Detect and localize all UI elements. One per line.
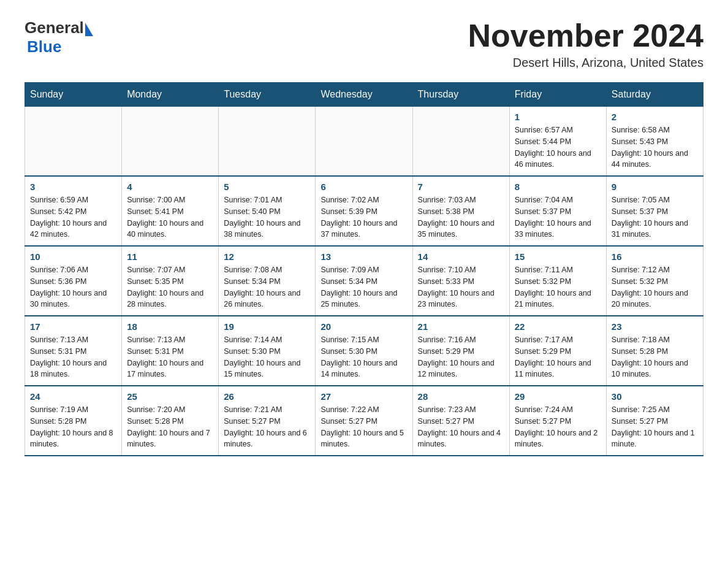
day-number: 11 [127,251,213,262]
day-info: Sunrise: 7:16 AM Sunset: 5:29 PM Dayligh… [418,334,504,380]
day-number: 21 [418,321,504,332]
calendar-cell: 1Sunrise: 6:57 AM Sunset: 5:44 PM Daylig… [509,107,606,177]
calendar-cell: 28Sunrise: 7:23 AM Sunset: 5:27 PM Dayli… [412,386,509,456]
page-header: General Blue November 2024 Desert Hills,… [25,18,703,70]
calendar-cell: 26Sunrise: 7:21 AM Sunset: 5:27 PM Dayli… [219,386,316,456]
calendar-cell [412,107,509,177]
day-info: Sunrise: 7:13 AM Sunset: 5:31 PM Dayligh… [127,334,213,380]
day-info: Sunrise: 7:08 AM Sunset: 5:34 PM Dayligh… [224,264,310,310]
calendar-cell: 27Sunrise: 7:22 AM Sunset: 5:27 PM Dayli… [316,386,412,456]
calendar-cell: 8Sunrise: 7:04 AM Sunset: 5:37 PM Daylig… [509,176,606,246]
day-number: 9 [612,182,698,192]
day-number: 20 [320,321,407,332]
weekday-header-monday: Monday [122,83,219,107]
day-info: Sunrise: 7:07 AM Sunset: 5:35 PM Dayligh… [127,264,213,310]
day-number: 8 [515,182,601,192]
title-section: November 2024 Desert Hills, Arizona, Uni… [468,18,703,70]
day-info: Sunrise: 7:09 AM Sunset: 5:34 PM Dayligh… [320,264,407,310]
day-info: Sunrise: 7:17 AM Sunset: 5:29 PM Dayligh… [515,334,601,380]
calendar-cell: 23Sunrise: 7:18 AM Sunset: 5:28 PM Dayli… [606,316,703,386]
calendar-cell: 22Sunrise: 7:17 AM Sunset: 5:29 PM Dayli… [509,316,606,386]
day-number: 14 [418,251,504,262]
day-info: Sunrise: 7:22 AM Sunset: 5:27 PM Dayligh… [320,404,407,450]
day-number: 1 [515,112,601,122]
day-number: 18 [127,321,213,332]
logo-blue-text: Blue [27,37,61,56]
day-info: Sunrise: 7:06 AM Sunset: 5:36 PM Dayligh… [30,264,116,310]
day-info: Sunrise: 6:59 AM Sunset: 5:42 PM Dayligh… [30,194,116,240]
day-info: Sunrise: 7:15 AM Sunset: 5:30 PM Dayligh… [320,334,407,380]
day-number: 19 [224,321,310,332]
day-info: Sunrise: 7:10 AM Sunset: 5:33 PM Dayligh… [418,264,504,310]
calendar-cell: 7Sunrise: 7:03 AM Sunset: 5:38 PM Daylig… [412,176,509,246]
day-number: 5 [224,182,310,192]
day-info: Sunrise: 7:04 AM Sunset: 5:37 PM Dayligh… [515,194,601,240]
day-number: 6 [320,182,407,192]
day-info: Sunrise: 6:58 AM Sunset: 5:43 PM Dayligh… [612,124,698,170]
calendar-cell: 30Sunrise: 7:25 AM Sunset: 5:27 PM Dayli… [606,386,703,456]
day-number: 22 [515,321,601,332]
calendar-cell: 5Sunrise: 7:01 AM Sunset: 5:40 PM Daylig… [219,176,316,246]
logo-general-text: General [25,18,84,37]
week-row-3: 10Sunrise: 7:06 AM Sunset: 5:36 PM Dayli… [25,246,703,316]
month-title: November 2024 [468,18,703,53]
weekday-header-tuesday: Tuesday [219,83,316,107]
weekday-header-thursday: Thursday [412,83,509,107]
day-info: Sunrise: 7:05 AM Sunset: 5:37 PM Dayligh… [612,194,698,240]
calendar-cell: 29Sunrise: 7:24 AM Sunset: 5:27 PM Dayli… [509,386,606,456]
week-row-2: 3Sunrise: 6:59 AM Sunset: 5:42 PM Daylig… [25,176,703,246]
calendar-cell: 4Sunrise: 7:00 AM Sunset: 5:41 PM Daylig… [122,176,219,246]
calendar-cell: 2Sunrise: 6:58 AM Sunset: 5:43 PM Daylig… [606,107,703,177]
weekday-header-row: SundayMondayTuesdayWednesdayThursdayFrid… [25,83,703,107]
day-info: Sunrise: 7:18 AM Sunset: 5:28 PM Dayligh… [612,334,698,380]
day-info: Sunrise: 7:19 AM Sunset: 5:28 PM Dayligh… [30,404,116,450]
calendar-cell [316,107,412,177]
day-info: Sunrise: 7:03 AM Sunset: 5:38 PM Dayligh… [418,194,504,240]
day-info: Sunrise: 7:00 AM Sunset: 5:41 PM Dayligh… [127,194,213,240]
calendar-cell: 15Sunrise: 7:11 AM Sunset: 5:32 PM Dayli… [509,246,606,316]
day-number: 29 [515,391,601,402]
calendar-cell: 25Sunrise: 7:20 AM Sunset: 5:28 PM Dayli… [122,386,219,456]
weekday-header-sunday: Sunday [25,83,122,107]
calendar-cell: 6Sunrise: 7:02 AM Sunset: 5:39 PM Daylig… [316,176,412,246]
day-number: 17 [30,321,116,332]
day-number: 27 [320,391,407,402]
day-number: 28 [418,391,504,402]
location-text: Desert Hills, Arizona, United States [468,56,703,70]
day-info: Sunrise: 6:57 AM Sunset: 5:44 PM Dayligh… [515,124,601,170]
day-number: 26 [224,391,310,402]
day-number: 23 [612,321,698,332]
calendar-cell: 9Sunrise: 7:05 AM Sunset: 5:37 PM Daylig… [606,176,703,246]
calendar-cell: 21Sunrise: 7:16 AM Sunset: 5:29 PM Dayli… [412,316,509,386]
day-number: 13 [320,251,407,262]
day-number: 3 [30,182,116,192]
day-info: Sunrise: 7:21 AM Sunset: 5:27 PM Dayligh… [224,404,310,450]
calendar-cell [25,107,122,177]
weekday-header-wednesday: Wednesday [316,83,412,107]
logo-triangle-icon [85,23,93,36]
weekday-header-friday: Friday [509,83,606,107]
week-row-1: 1Sunrise: 6:57 AM Sunset: 5:44 PM Daylig… [25,107,703,177]
day-number: 30 [612,391,698,402]
logo: General Blue [25,18,93,56]
calendar-cell: 16Sunrise: 7:12 AM Sunset: 5:32 PM Dayli… [606,246,703,316]
calendar-cell: 18Sunrise: 7:13 AM Sunset: 5:31 PM Dayli… [122,316,219,386]
day-number: 4 [127,182,213,192]
day-info: Sunrise: 7:24 AM Sunset: 5:27 PM Dayligh… [515,404,601,450]
calendar-cell: 10Sunrise: 7:06 AM Sunset: 5:36 PM Dayli… [25,246,122,316]
weekday-header-saturday: Saturday [606,83,703,107]
day-number: 10 [30,251,116,262]
day-number: 2 [612,112,698,122]
day-number: 25 [127,391,213,402]
day-info: Sunrise: 7:01 AM Sunset: 5:40 PM Dayligh… [224,194,310,240]
calendar-cell: 19Sunrise: 7:14 AM Sunset: 5:30 PM Dayli… [219,316,316,386]
week-row-5: 24Sunrise: 7:19 AM Sunset: 5:28 PM Dayli… [25,386,703,456]
day-info: Sunrise: 7:20 AM Sunset: 5:28 PM Dayligh… [127,404,213,450]
calendar-cell: 3Sunrise: 6:59 AM Sunset: 5:42 PM Daylig… [25,176,122,246]
day-info: Sunrise: 7:13 AM Sunset: 5:31 PM Dayligh… [30,334,116,380]
calendar-cell: 13Sunrise: 7:09 AM Sunset: 5:34 PM Dayli… [316,246,412,316]
day-number: 12 [224,251,310,262]
week-row-4: 17Sunrise: 7:13 AM Sunset: 5:31 PM Dayli… [25,316,703,386]
day-info: Sunrise: 7:23 AM Sunset: 5:27 PM Dayligh… [418,404,504,450]
day-info: Sunrise: 7:25 AM Sunset: 5:27 PM Dayligh… [612,404,698,450]
